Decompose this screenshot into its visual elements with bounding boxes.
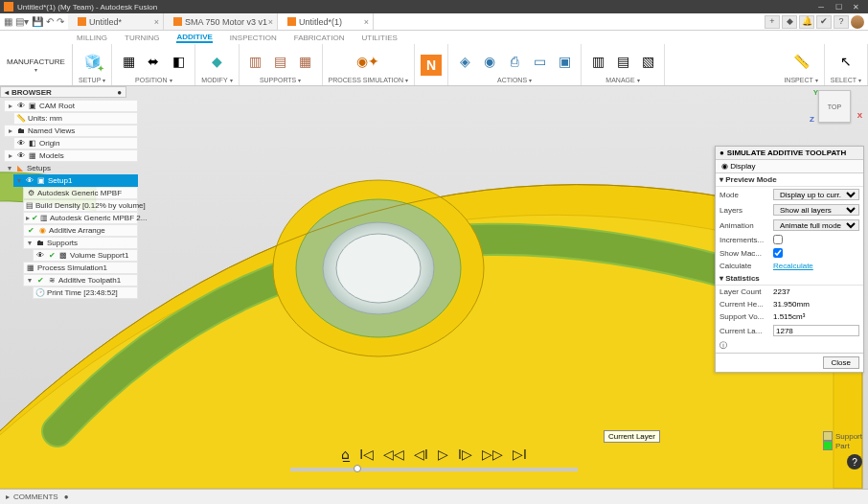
close-tab-icon[interactable]: ×	[268, 17, 273, 27]
ribbon-tab[interactable]: UTILITIES	[361, 34, 397, 42]
manage-library-icon[interactable]: ▥	[587, 51, 608, 72]
netfabb-icon[interactable]: N	[421, 55, 442, 76]
tree-node-selected[interactable]: ▾👁▣Setup1	[13, 174, 138, 187]
doc-tab[interactable]: SMA 750 Motor v3 v1×	[164, 13, 278, 30]
close-window-button[interactable]: ✕	[847, 3, 864, 11]
machine-icon[interactable]: ▣	[554, 51, 575, 72]
select-icon[interactable]: ↖	[835, 51, 857, 72]
tree-node[interactable]: ▸👁▣CAM Root	[4, 100, 138, 112]
save-icon[interactable]: 💾	[32, 16, 43, 27]
position-orient-icon[interactable]: ◧	[168, 51, 189, 72]
tree-node[interactable]: ⚙Autodesk Generic MPBF	[23, 187, 138, 199]
group-label[interactable]: ACTIONS	[497, 77, 532, 83]
animation-select[interactable]: Animate full model	[773, 219, 859, 231]
ribbon-tab[interactable]: INSPECTION	[230, 34, 277, 42]
close-tab-icon[interactable]: ×	[154, 17, 159, 27]
currentlayer-input[interactable]	[773, 325, 859, 336]
manage-post-icon[interactable]: ▧	[637, 51, 658, 72]
group-label[interactable]: PROCESS SIMULATION	[329, 77, 408, 83]
tree-node[interactable]: ▸✔▥Autodesk Generic MPBF 2...	[23, 212, 138, 224]
setup-icon[interactable]: 🧊✦	[81, 51, 103, 72]
group-label[interactable]: POSITION	[135, 77, 171, 83]
workspace-switcher[interactable]: MANUFACTURE ▾	[0, 44, 73, 85]
export-icon[interactable]: ▭	[529, 51, 550, 72]
timeline-slider[interactable]	[290, 468, 578, 471]
data-panel-icon[interactable]: ▦	[4, 16, 12, 27]
support-bar-icon[interactable]: ▥	[245, 51, 266, 72]
tree-node[interactable]: 👁◧Origin	[13, 137, 138, 149]
ribbon-tab[interactable]: TURNING	[125, 34, 159, 42]
group-label[interactable]: INSPECT	[784, 77, 817, 83]
mode-select[interactable]: Display up to curr...	[773, 189, 859, 200]
home-icon[interactable]: ⌂̲	[341, 447, 350, 462]
ribbon-tab[interactable]: ADDITIVE	[176, 33, 212, 43]
file-menu-icon[interactable]: ▤▾	[15, 16, 29, 27]
timeline-knob[interactable]	[354, 465, 361, 472]
rewind-icon[interactable]: ◁◁	[383, 447, 404, 462]
tree-node[interactable]: ▸👁▦Models	[4, 149, 138, 162]
print-icon[interactable]: ⎙	[504, 51, 525, 72]
tree-node[interactable]: 📏Units: mm	[13, 112, 138, 125]
tree-node[interactable]: ✔◉Additive Arrange	[23, 224, 138, 237]
step-back-icon[interactable]: ◁I	[414, 447, 428, 462]
generate-icon[interactable]: ◈	[454, 51, 475, 72]
eye-icon[interactable]: 👁	[16, 102, 26, 111]
tree-node[interactable]: ▸🖿Named Views	[4, 125, 138, 137]
step-fwd-icon[interactable]: I▷	[458, 447, 472, 462]
ribbon-tab[interactable]: FABRICATION	[294, 34, 345, 42]
increments-checkbox[interactable]	[773, 235, 783, 244]
simulate-icon[interactable]: ◉	[479, 51, 500, 72]
comments-options-icon[interactable]: ●	[64, 493, 69, 501]
undo-icon[interactable]: ↶	[46, 16, 54, 27]
ffwd-icon[interactable]: ▷▷	[482, 447, 503, 462]
tree-node[interactable]: ▾🖿Supports	[23, 237, 138, 249]
info-icon[interactable]: ⓘ	[716, 338, 863, 353]
browser-options-icon[interactable]: ●	[117, 88, 122, 97]
eye-icon[interactable]: 👁	[16, 151, 26, 161]
section-preview-mode[interactable]: ▾ Preview Mode	[716, 173, 863, 187]
maximize-button[interactable]: ☐	[830, 3, 847, 11]
group-label[interactable]: SUPPORTS	[260, 77, 301, 83]
eye-icon[interactable]: 👁	[35, 251, 45, 261]
new-tab-button[interactable]: +	[765, 15, 780, 29]
group-label[interactable]: SELECT	[831, 77, 861, 83]
layers-select[interactable]: Show all layers	[773, 204, 859, 216]
section-statistics[interactable]: ▾ Statistics	[716, 272, 863, 286]
user-avatar[interactable]	[851, 15, 864, 29]
showmachine-checkbox[interactable]	[773, 248, 783, 258]
skip-start-icon[interactable]: I◁	[359, 447, 374, 462]
extensions-icon[interactable]: ◆	[782, 15, 797, 29]
inspect-icon[interactable]: 📏	[790, 51, 811, 72]
modify-icon[interactable]: ◆	[206, 51, 227, 72]
play-icon[interactable]: ▷	[438, 447, 448, 462]
group-label[interactable]: SETUP	[79, 77, 105, 83]
recalculate-link[interactable]: Recalculate	[773, 262, 813, 270]
tree-node[interactable]: ▾✔≋Additive Toolpath1	[23, 274, 138, 286]
tree-node[interactable]: 👁✔▩Volume Support1	[33, 249, 138, 262]
eye-icon[interactable]: 👁	[25, 176, 34, 186]
process-sim-icon[interactable]: ◉✦	[357, 51, 378, 72]
group-label[interactable]: MANAGE	[605, 77, 639, 83]
tree-node[interactable]: ▾◣Setups	[4, 162, 138, 174]
help-fab-icon[interactable]: ?	[847, 454, 862, 470]
tree-node[interactable]: ▤Build Density [0.12% by volume]	[23, 199, 138, 212]
close-button[interactable]: Close	[823, 356, 859, 369]
tree-node[interactable]: 🕑Print Time [23:48:52]	[33, 286, 138, 299]
eye-icon[interactable]: 👁	[16, 139, 26, 149]
support-lattice-icon[interactable]: ▦	[295, 51, 316, 72]
job-status-icon[interactable]: ✔	[816, 15, 832, 29]
manage-machine-icon[interactable]: ▤	[612, 51, 633, 72]
skip-end-icon[interactable]: ▷I	[513, 447, 527, 462]
support-volume-icon[interactable]: ▤	[270, 51, 291, 72]
ribbon-tab[interactable]: MILLING	[77, 34, 107, 42]
panel-tab-display[interactable]: ◉ Display	[716, 160, 863, 173]
doc-tab[interactable]: Untitled*(1)×	[278, 13, 374, 30]
viewcube[interactable]: TOP	[818, 90, 851, 123]
notifications-icon[interactable]: 🔔	[799, 15, 814, 29]
browser-header[interactable]: ◂BROWSER●	[0, 86, 126, 98]
redo-icon[interactable]: ↷	[57, 16, 64, 27]
close-tab-icon[interactable]: ×	[364, 17, 369, 27]
position-move-icon[interactable]: ⬌	[143, 51, 164, 72]
group-label[interactable]: MODIFY	[201, 77, 232, 83]
doc-tab[interactable]: Untitled*×	[68, 13, 164, 30]
